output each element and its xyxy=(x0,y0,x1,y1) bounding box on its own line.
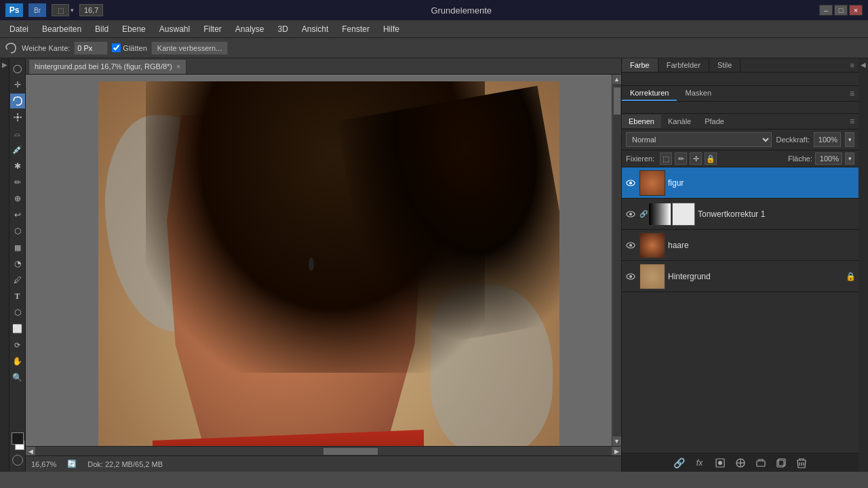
layer-item-figur[interactable]: figur xyxy=(622,167,859,199)
fix-paint-btn[interactable]: ✏ xyxy=(675,152,687,165)
tool-magic-wand[interactable] xyxy=(10,110,25,125)
canvas-wrapper: hintergrund.psd bei 16,7% (figur, RGB/8*… xyxy=(26,58,621,472)
tool-path-selection[interactable]: ⬡ xyxy=(10,305,25,320)
layer-panel-menu[interactable]: ≡ xyxy=(846,114,859,129)
zoom-display[interactable]: 16,7 xyxy=(79,4,103,16)
panel-top-menu[interactable]: ≡ xyxy=(846,58,859,72)
menu-datei[interactable]: Datei xyxy=(3,22,35,36)
hscroll-right-arrow[interactable]: ▶ xyxy=(612,447,621,456)
layer-visibility-figur[interactable] xyxy=(625,177,637,189)
maximize-btn[interactable]: □ xyxy=(834,5,848,16)
menu-analyse[interactable]: Analyse xyxy=(229,22,271,36)
tab-pfade[interactable]: Pfade xyxy=(698,115,731,128)
layer-blend-controls: Normal Deckkraft: ▾ xyxy=(622,129,859,150)
fx-btn[interactable]: fx xyxy=(692,455,707,470)
left-toolbar: ◯ ✛ ⌓ 💉 ✱ ✏ ⊕ ↩ ⬡ ▦ ◔ 🖊 T ⬡ ⬜ ⟳ ✋ 🔍 xyxy=(9,58,26,472)
menu-hilfe[interactable]: Hilfe xyxy=(376,22,406,36)
tool-pen[interactable]: 🖊 xyxy=(10,272,25,287)
horizontal-scrollbar[interactable]: ◀ ▶ xyxy=(26,446,621,455)
add-mask-btn[interactable] xyxy=(713,455,728,470)
vertical-scrollbar[interactable]: ▲ ▼ xyxy=(612,75,621,446)
menu-bearbeiten[interactable]: Bearbeiten xyxy=(35,22,88,36)
screen-mode-btn[interactable]: ⬚ ▾ xyxy=(52,4,74,16)
kante-verbessern-btn[interactable]: Kante verbessern... xyxy=(151,41,228,55)
canvas-scroll-area: ▲ ▼ xyxy=(26,75,621,446)
fix-position-btn[interactable]: ✛ xyxy=(690,152,702,165)
document-tab[interactable]: hintergrund.psd bei 16,7% (figur, RGB/8*… xyxy=(28,59,186,74)
tool-move[interactable]: ✛ xyxy=(10,77,25,92)
quick-mask-btn[interactable] xyxy=(10,453,25,468)
hscroll-thumb[interactable] xyxy=(323,448,378,455)
menu-3d[interactable]: 3D xyxy=(271,22,295,36)
canvas-content-area[interactable] xyxy=(26,75,612,446)
glatten-checkbox[interactable] xyxy=(112,43,121,52)
fixieren-label: Fixieren: xyxy=(626,155,654,163)
scroll-up-arrow[interactable]: ▲ xyxy=(612,75,622,84)
minimize-btn[interactable]: – xyxy=(819,5,833,16)
right-panel-collapse[interactable]: ◀ xyxy=(859,58,868,472)
layer-item-tonwert[interactable]: 🔗 Tonwertkorrektur 1 xyxy=(622,199,859,230)
options-bar: Weiche Kante: Glätten Kante verbessern..… xyxy=(0,38,868,58)
tool-gradient[interactable]: ▦ xyxy=(10,240,25,255)
tool-brush[interactable]: ✏ xyxy=(10,175,25,190)
new-layer-btn[interactable] xyxy=(774,455,789,470)
opacity-input[interactable] xyxy=(814,132,841,147)
tab-farbe[interactable]: Farbe xyxy=(622,58,658,72)
status-bar: 16,67% 🔄 Dok: 22,2 MB/65,2 MB xyxy=(26,455,621,472)
bridge-btn[interactable]: Br xyxy=(28,3,46,17)
menu-auswahl[interactable]: Auswahl xyxy=(153,22,197,36)
layer-visibility-haare[interactable] xyxy=(625,239,637,251)
tab-korrekturen[interactable]: Korrekturen xyxy=(622,86,677,101)
delete-layer-btn[interactable] xyxy=(794,455,809,470)
menu-fenster[interactable]: Fenster xyxy=(335,22,376,36)
layer-item-hintergrund[interactable]: Hintergrund 🔒 xyxy=(622,261,859,292)
tool-lasso[interactable] xyxy=(10,94,25,108)
korrekturen-menu[interactable]: ≡ xyxy=(846,86,859,101)
tool-healing[interactable]: ✱ xyxy=(10,159,25,174)
tool-3d-rotate[interactable]: ⟳ xyxy=(10,338,25,352)
zoom-icon[interactable]: 🔄 xyxy=(67,460,77,468)
tool-rectangle-shape[interactable]: ⬜ xyxy=(10,321,25,336)
scroll-thumb[interactable] xyxy=(614,87,620,115)
flache-input[interactable] xyxy=(815,152,842,165)
close-btn[interactable]: × xyxy=(849,5,863,16)
tab-masken[interactable]: Masken xyxy=(677,86,719,101)
link-layers-btn[interactable]: 🔗 xyxy=(672,455,687,470)
tool-dodge[interactable]: ◔ xyxy=(10,256,25,271)
tool-history-brush[interactable]: ↩ xyxy=(10,207,25,222)
scroll-down-arrow[interactable]: ▼ xyxy=(612,436,622,446)
tool-marquee-elliptical[interactable]: ◯ xyxy=(10,61,25,76)
blend-mode-select[interactable]: Normal xyxy=(626,132,772,147)
fix-lock-btn[interactable]: 🔒 xyxy=(705,152,717,165)
tool-crop[interactable]: ⌓ xyxy=(10,126,25,141)
tab-farbfelder[interactable]: Farbfelder xyxy=(658,58,709,72)
layer-visibility-tonwert[interactable] xyxy=(625,208,637,220)
layer-visibility-hintergrund[interactable] xyxy=(625,270,637,283)
flache-arrow[interactable]: ▾ xyxy=(845,152,854,165)
foreground-color[interactable] xyxy=(12,432,24,445)
menu-filter[interactable]: Filter xyxy=(197,22,229,36)
layer-item-haare[interactable]: haare xyxy=(622,230,859,261)
tab-close-btn[interactable]: × xyxy=(176,62,180,70)
tool-hand[interactable]: ✋ xyxy=(10,354,25,369)
menu-bild[interactable]: Bild xyxy=(88,22,115,36)
adjustment-layer-btn[interactable] xyxy=(733,455,748,470)
menu-ebene[interactable]: Ebene xyxy=(115,22,153,36)
hscroll-left-arrow[interactable]: ◀ xyxy=(26,447,35,456)
opacity-arrow[interactable]: ▾ xyxy=(845,132,854,147)
weiche-kante-input[interactable] xyxy=(74,41,108,55)
canvas-image xyxy=(98,81,559,446)
fix-pixels-btn[interactable]: ⬚ xyxy=(660,152,672,165)
tool-eyedropper[interactable]: 💉 xyxy=(10,142,25,157)
tab-stile[interactable]: Stile xyxy=(709,58,741,72)
tool-eraser[interactable]: ⬡ xyxy=(10,224,25,239)
group-layers-btn[interactable] xyxy=(753,455,768,470)
tab-ebenen[interactable]: Ebenen xyxy=(622,115,661,128)
tool-zoom[interactable]: 🔍 xyxy=(10,370,25,385)
menu-ansicht[interactable]: Ansicht xyxy=(295,22,335,36)
left-panel-collapse[interactable]: ▶ xyxy=(0,58,9,472)
tool-text[interactable]: T xyxy=(10,289,25,304)
tab-kanaele[interactable]: Kanäle xyxy=(661,115,698,128)
tool-clone[interactable]: ⊕ xyxy=(10,191,25,206)
flache-label: Fläche: xyxy=(788,155,812,163)
